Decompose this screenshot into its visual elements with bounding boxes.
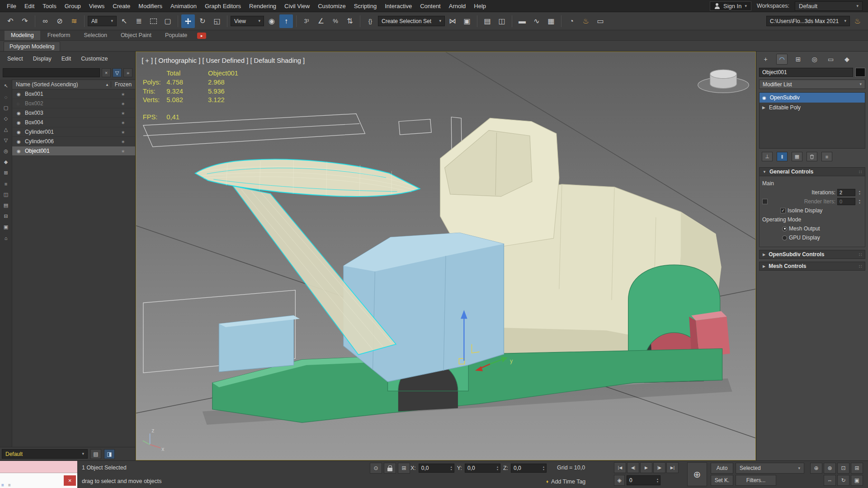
menu-animation[interactable]: Animation	[166, 0, 201, 12]
visibility-eye-icon[interactable]: ◉	[17, 139, 25, 144]
selection-lock-toggle[interactable]	[384, 463, 396, 474]
explorer-menu-customize[interactable]: Customize	[76, 56, 112, 62]
frozen-toggle-icon[interactable]: ∗	[111, 101, 135, 106]
render-production-button[interactable]: ♨	[851, 14, 864, 28]
menu-create[interactable]: Create	[108, 0, 134, 12]
add-time-tag[interactable]: ♦ Add Time Tag	[546, 474, 585, 488]
menu-graph-editors[interactable]: Graph Editors	[201, 0, 245, 12]
tab-modeling[interactable]: Modeling	[5, 31, 40, 40]
menu-scripting[interactable]: Scripting	[350, 0, 381, 12]
list-item-cylinder001[interactable]: ◉ Cylinder001 ∗	[12, 127, 135, 137]
y-coordinate-field[interactable]	[465, 464, 495, 472]
menu-customize[interactable]: Customize	[314, 0, 349, 12]
object-name-field[interactable]	[759, 68, 853, 77]
rendered-frame-button[interactable]: ▭	[594, 14, 607, 28]
list-item-box002[interactable]: ◌ Box002 ∗	[12, 99, 135, 108]
frozen-toggle-icon[interactable]: ∗	[111, 139, 135, 144]
align-button[interactable]: ▣	[460, 14, 474, 28]
render-iters-spinner[interactable]: ▲ ▼	[857, 199, 862, 204]
undo-button[interactable]: ↶	[4, 14, 17, 28]
current-frame-field[interactable]	[627, 476, 655, 484]
menu-help[interactable]: Help	[470, 0, 490, 12]
snaps-toggle[interactable]: 3³	[300, 14, 313, 28]
play-button[interactable]: ▶	[640, 462, 652, 473]
zoom-region-button[interactable]: ⊞	[851, 463, 863, 474]
menu-modifiers[interactable]: Modifiers	[134, 0, 166, 12]
angle-snap-toggle[interactable]: ∠	[314, 14, 328, 28]
maximize-viewport-button[interactable]: ▣	[851, 475, 863, 486]
mirror-button[interactable]: ⋈	[446, 14, 459, 28]
modifier-visibility-icon[interactable]: ◉	[762, 95, 766, 100]
explorer-lock-icon[interactable]: ⊟	[1, 211, 11, 221]
explorer-menu-edit[interactable]: Edit	[57, 56, 76, 62]
layer-list-icon[interactable]: ▤	[90, 449, 101, 459]
selection-filter-dropdown[interactable]: All ▾	[88, 16, 117, 26]
select-by-name-button[interactable]: ≣	[132, 14, 146, 28]
select-and-link-button[interactable]: ∞	[38, 14, 52, 28]
project-folder-dropdown[interactable]: C:\Users\Flo...3ds Max 2021 ▾	[766, 16, 850, 26]
motion-tab[interactable]: ◎	[809, 54, 820, 65]
pan-button[interactable]: ⇔	[824, 475, 836, 486]
window-crossing-toggle[interactable]: ▢	[161, 14, 175, 28]
filter-groups-icon[interactable]: ⊞	[1, 168, 11, 178]
absolute-mode-toggle[interactable]: ⊞	[398, 463, 410, 474]
visibility-eye-icon[interactable]: ◉	[17, 111, 25, 116]
modifier-editable-poly[interactable]: ▶ Editable Poly	[760, 103, 865, 113]
explorer-column-headers[interactable]: Name (Sorted Ascending) ▲ Frozen	[12, 80, 135, 89]
isoline-display-checkbox[interactable]: ✓	[780, 208, 786, 213]
filter-helpers-icon[interactable]: ◎	[1, 146, 11, 156]
menu-rendering[interactable]: Rendering	[245, 0, 280, 12]
z-coordinate-field[interactable]	[511, 464, 541, 472]
modifier-list-dropdown[interactable]: Modifier List ▾	[759, 80, 865, 89]
viewport[interactable]: z y z x [ + ] [ Orthographic ] [ User De…	[136, 52, 756, 460]
filter-spacewarps-icon[interactable]: ◆	[1, 157, 11, 167]
y-spinner[interactable]: ▲▼	[495, 465, 500, 471]
unlink-selection-button[interactable]: ⊘	[53, 14, 66, 28]
key-mode-toggle[interactable]: ◈	[614, 475, 625, 486]
viewport-canvas[interactable]: z y z x [ + ] [ Orthographic ] [ User De…	[136, 52, 755, 460]
frozen-column-header[interactable]: Frozen	[111, 81, 135, 88]
explorer-pin-icon[interactable]: ⌂	[1, 233, 11, 243]
isolate-selection-toggle[interactable]: ⊙	[370, 463, 382, 474]
search-clear-icon[interactable]: ×	[102, 68, 111, 77]
frozen-toggle-icon[interactable]: ∗	[111, 130, 135, 135]
go-to-start-button[interactable]: |◀	[614, 462, 626, 473]
maxscript-mini-listener[interactable]: ≡ ≡ ×	[0, 461, 78, 488]
visibility-eye-icon[interactable]: ◉	[17, 130, 25, 135]
redo-button[interactable]: ↷	[18, 14, 32, 28]
filter-containers-icon[interactable]: ▤	[1, 201, 11, 210]
select-and-rotate-button[interactable]: ↻	[196, 14, 209, 28]
macro-recorder-pane[interactable]	[0, 461, 77, 473]
frozen-toggle-icon[interactable]: ∗	[111, 149, 135, 154]
zoom-all-button[interactable]: ⊛	[824, 463, 836, 474]
select-object-button[interactable]: ↖	[118, 14, 131, 28]
mesh-output-radio[interactable]	[782, 226, 787, 231]
key-filter-dropdown[interactable]: Selected ▾	[736, 463, 804, 474]
previous-frame-button[interactable]: ◀|	[627, 462, 639, 473]
create-tab[interactable]: +	[760, 54, 771, 65]
frozen-toggle-icon[interactable]: ∗	[111, 120, 135, 125]
filter-shapes-icon[interactable]: ◇	[1, 114, 11, 123]
zoom-extents-button[interactable]: ⊡	[837, 463, 849, 474]
set-key-button[interactable]: Set K.	[711, 475, 733, 486]
selection-set-combo[interactable]: Create Selection Set ▾	[378, 16, 445, 26]
rectangular-selection-button[interactable]	[146, 14, 160, 28]
filter-geometry-icon[interactable]: ▢	[1, 103, 11, 113]
frozen-toggle-icon[interactable]: ∗	[111, 111, 135, 116]
visibility-eye-icon[interactable]: ◉	[17, 149, 25, 154]
ribbon-toggle-button[interactable]: ▬	[515, 14, 529, 28]
configure-modifier-sets-button[interactable]: ≡	[821, 152, 832, 161]
go-to-end-button[interactable]: ▶|	[666, 462, 679, 473]
display-toggle-icon[interactable]: ◨	[104, 449, 115, 459]
filter-funnel-icon[interactable]: ▽	[113, 68, 122, 77]
iterations-spinner[interactable]: ▲ ▼	[857, 190, 862, 195]
filter-xrefs-icon[interactable]: ≡	[1, 179, 11, 188]
frame-spinner[interactable]: ▲▼	[655, 478, 660, 483]
more-options-icon[interactable]: »	[123, 68, 132, 77]
spinner-snap-toggle[interactable]: ⇅	[343, 14, 357, 28]
tab-populate[interactable]: Populate	[159, 31, 193, 40]
explorer-menu-select[interactable]: Select	[3, 56, 28, 62]
render-iters-field[interactable]	[837, 198, 855, 205]
menu-file[interactable]: File	[3, 0, 20, 12]
remove-modifier-button[interactable]	[807, 152, 817, 161]
